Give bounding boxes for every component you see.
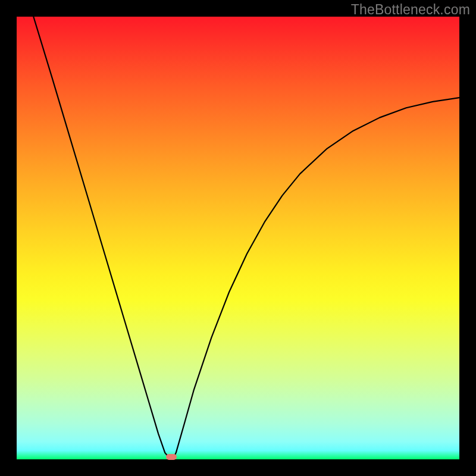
watermark-text: TheBottleneck.com	[351, 2, 470, 18]
chart-stage: TheBottleneck.com	[0, 0, 476, 476]
plot-area	[17, 17, 459, 459]
minimum-marker	[166, 454, 177, 460]
bottleneck-curve	[17, 17, 459, 459]
